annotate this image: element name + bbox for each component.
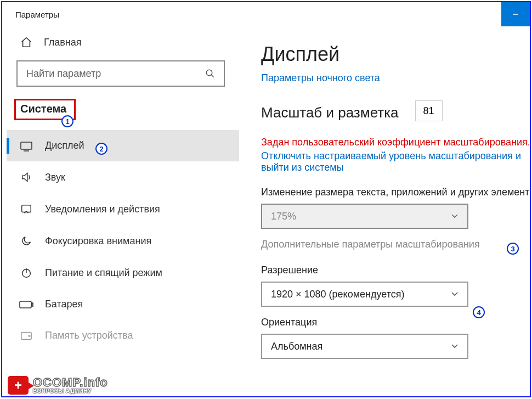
scale-warning: Задан пользовательский коэффициент масшт… [261,137,530,148]
callout-1: 1 [61,115,73,127]
search-placeholder: Найти параметр [26,68,101,80]
power-icon [19,267,34,279]
svg-point-11 [29,335,30,336]
resolution-select[interactable]: 1920 × 1080 (рекомендуется) [261,282,468,307]
callout-2: 2 [95,143,107,155]
home-icon [19,36,34,48]
svg-rect-9 [32,303,33,306]
scale-select[interactable]: 175% [261,204,468,229]
watermark: + OCOMP.info ВОПРОСЫ АДМИНУ [8,376,108,395]
nav-list: Дисплей Звук Уведомления и действия [7,130,239,351]
scale-label: Изменение размера текста, приложений и д… [261,187,530,198]
orientation-select[interactable]: Альбомная [261,334,468,359]
page-title: Дисплей [261,43,530,66]
nav-label: Память устройства [45,330,133,341]
custom-scale-input[interactable]: 81 [415,100,443,121]
window-title: Параметры [15,10,59,19]
chevron-down-icon [451,213,459,219]
notifications-icon [19,203,34,215]
callout-4: 4 [473,306,485,318]
watermark-line2: ВОПРОСЫ АДМИНУ [33,389,108,394]
home-label: Главная [44,37,82,48]
resolution-value: 1920 × 1080 (рекомендуется) [271,289,405,300]
night-light-link[interactable]: Параметры ночного света [261,72,530,84]
nav-item-battery[interactable]: Батарея [7,289,239,320]
orientation-label: Ориентация [261,317,530,328]
svg-rect-8 [20,301,31,308]
svg-rect-3 [21,142,32,149]
svg-point-1 [206,70,212,76]
sound-icon [19,171,34,183]
chevron-down-icon [451,291,459,297]
minimize-button[interactable] [501,2,530,26]
scale-heading: Масштаб и разметка [261,104,399,121]
focus-icon [19,235,34,247]
svg-line-2 [211,75,214,77]
nav-label: Уведомления и действия [45,204,160,215]
nav-label: Звук [45,172,65,183]
window-buttons [501,2,530,26]
storage-icon [19,331,34,341]
nav-label: Дисплей [45,140,84,151]
disable-scale-link[interactable]: Отключить настраиваемый уровень масштаби… [261,150,530,173]
nav-item-storage[interactable]: Память устройства [7,320,239,351]
titlebar: Параметры [2,2,530,26]
advanced-scaling-link[interactable]: Дополнительные параметры масштабирования [261,239,530,250]
search-input[interactable]: Найти параметр [16,60,225,87]
content-pane: Дисплей Параметры ночного света Масштаб … [239,26,530,396]
watermark-badge: + [8,376,29,395]
nav-item-sound[interactable]: Звук [7,161,239,193]
battery-icon [19,300,34,309]
sidebar: Главная Найти параметр Система [2,26,239,396]
scale-value: 175% [271,211,296,222]
nav-label: Батарея [45,299,83,310]
orientation-value: Альбомная [271,341,322,352]
nav-item-notifications[interactable]: Уведомления и действия [7,193,239,225]
home-nav[interactable]: Главная [7,26,239,58]
nav-item-display[interactable]: Дисплей [7,130,239,161]
nav-label: Питание и спящий режим [45,267,162,279]
display-icon [19,141,34,151]
callout-3: 3 [507,243,519,255]
watermark-line1: OCOMP.info [33,376,108,389]
nav-item-power[interactable]: Питание и спящий режим [7,257,239,289]
nav-item-focus[interactable]: Фокусировка внимания [7,225,239,257]
resolution-label: Разрешение [261,265,530,276]
chevron-down-icon [451,344,459,349]
search-icon [205,69,215,78]
nav-label: Фокусировка внимания [45,235,151,247]
